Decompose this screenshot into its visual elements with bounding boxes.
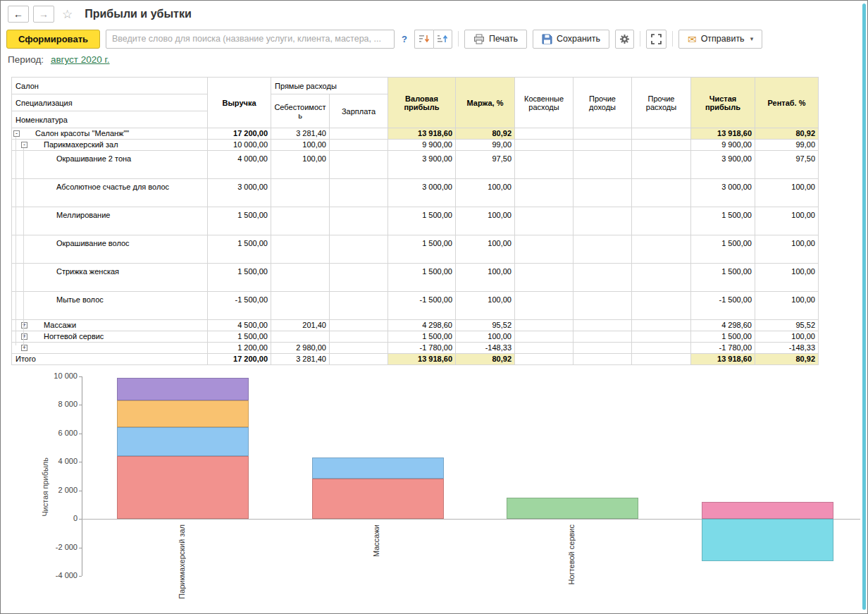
cell-cost[interactable] <box>271 207 330 235</box>
cell-margin[interactable]: 100,00 <box>456 235 515 264</box>
cell-net[interactable]: 13 918,60 <box>691 128 755 140</box>
row-name-cell[interactable]: Окрашивание 2 тона <box>12 151 208 179</box>
cell-revenue[interactable]: 3 000,00 <box>208 179 271 207</box>
cell-other_income[interactable] <box>574 320 632 331</box>
cell-gross[interactable]: 1 500,00 <box>388 331 456 343</box>
cell-margin[interactable]: 100,00 <box>456 292 515 320</box>
cell-profitability[interactable]: 100,00 <box>755 179 819 207</box>
cell-other_expenses[interactable] <box>632 151 691 179</box>
cell-net[interactable]: -1 500,00 <box>691 292 755 320</box>
row-name-cell[interactable]: +Массажи <box>12 320 208 331</box>
cell-net[interactable]: 1 500,00 <box>691 207 755 235</box>
cell-other_expenses[interactable] <box>632 343 691 354</box>
cell-other_income[interactable] <box>574 235 632 264</box>
collapse-toggle-icon[interactable]: - <box>21 142 27 148</box>
cell-indirect[interactable] <box>515 128 574 140</box>
cell-profitability[interactable]: 100,00 <box>755 331 819 343</box>
cell-cost[interactable] <box>271 331 330 343</box>
cell-other_income[interactable] <box>574 128 632 140</box>
cell-profitability[interactable]: -148,33 <box>755 343 819 354</box>
expand-toggle-icon[interactable]: + <box>21 345 27 351</box>
cell-margin[interactable]: 100,00 <box>456 179 515 207</box>
cell-cost[interactable]: 3 281,40 <box>271 354 330 365</box>
forward-button[interactable]: → <box>33 6 54 23</box>
cell-cost[interactable]: 3 281,40 <box>271 128 330 140</box>
cell-other_income[interactable] <box>574 292 632 320</box>
bar-segment[interactable] <box>117 456 249 519</box>
collapse-toggle-icon[interactable]: - <box>13 130 20 137</box>
sort-ascending-button[interactable] <box>433 30 452 49</box>
cell-margin[interactable]: 97,50 <box>456 151 515 179</box>
generate-button[interactable]: Сформировать <box>6 30 100 49</box>
period-value-link[interactable]: август 2020 г. <box>51 54 110 65</box>
help-link[interactable]: ? <box>400 34 409 44</box>
cell-salary[interactable] <box>330 128 388 140</box>
cell-profitability[interactable]: 80,92 <box>755 354 819 365</box>
bar-segment[interactable] <box>702 519 833 561</box>
cell-indirect[interactable] <box>515 354 574 365</box>
row-name-cell[interactable]: Абсолютное счастье для волос <box>12 179 208 207</box>
row-name-cell[interactable]: -Салон красоты "Меланж"" <box>12 128 208 140</box>
cell-net[interactable]: 13 918,60 <box>691 354 755 365</box>
cell-margin[interactable]: 95,52 <box>456 320 515 331</box>
cell-margin[interactable]: -148,33 <box>456 343 515 354</box>
bar-segment[interactable] <box>117 427 249 456</box>
fullscreen-button[interactable] <box>646 30 666 49</box>
cell-revenue[interactable]: 1 500,00 <box>208 264 271 292</box>
cell-indirect[interactable] <box>515 292 574 320</box>
cell-indirect[interactable] <box>515 264 574 292</box>
row-name-cell[interactable]: +Ногтевой сервис <box>12 331 208 343</box>
cell-revenue[interactable]: -1 500,00 <box>208 292 271 320</box>
cell-salary[interactable] <box>330 320 388 331</box>
cell-gross[interactable]: 3 000,00 <box>388 179 456 207</box>
row-name-cell[interactable]: Стрижка женская <box>12 264 208 292</box>
cell-salary[interactable] <box>330 264 388 292</box>
back-button[interactable]: ← <box>8 6 29 23</box>
row-name-cell[interactable]: Итого <box>12 354 208 365</box>
cell-other_income[interactable] <box>574 151 632 179</box>
cell-other_income[interactable] <box>574 140 632 151</box>
save-button[interactable]: Сохранить <box>533 30 609 49</box>
cell-revenue[interactable]: 1 500,00 <box>208 331 271 343</box>
cell-net[interactable]: 3 900,00 <box>691 151 755 179</box>
bar-segment[interactable] <box>117 400 249 426</box>
cell-indirect[interactable] <box>515 320 574 331</box>
cell-profitability[interactable]: 95,52 <box>755 320 819 331</box>
cell-salary[interactable] <box>330 292 388 320</box>
cell-gross[interactable]: 1 500,00 <box>388 264 456 292</box>
cell-salary[interactable] <box>330 140 388 151</box>
cell-margin[interactable]: 80,92 <box>456 128 515 140</box>
cell-revenue[interactable]: 17 200,00 <box>208 354 271 365</box>
cell-revenue[interactable]: 17 200,00 <box>208 128 271 140</box>
cell-profitability[interactable]: 97,50 <box>755 151 819 179</box>
row-name-cell[interactable]: + <box>12 343 208 354</box>
cell-net[interactable]: 4 298,60 <box>691 320 755 331</box>
row-name-cell[interactable]: Меллирование <box>12 207 208 235</box>
row-name-cell[interactable]: Мытье волос <box>12 292 208 320</box>
cell-salary[interactable] <box>330 207 388 235</box>
cell-gross[interactable]: 3 900,00 <box>388 151 456 179</box>
cell-gross[interactable]: -1 500,00 <box>388 292 456 320</box>
settings-button[interactable] <box>615 30 634 49</box>
cell-indirect[interactable] <box>515 207 574 235</box>
cell-cost[interactable]: 201,40 <box>271 320 330 331</box>
cell-other_income[interactable] <box>574 207 632 235</box>
bar-segment[interactable] <box>312 458 444 478</box>
bar-segment[interactable] <box>507 498 638 519</box>
sort-descending-button[interactable] <box>414 30 433 49</box>
cell-indirect[interactable] <box>515 179 574 207</box>
cell-other_expenses[interactable] <box>632 320 691 331</box>
row-name-cell[interactable]: Окрашивание волос <box>12 235 208 264</box>
cell-margin[interactable]: 100,00 <box>456 207 515 235</box>
cell-other_expenses[interactable] <box>632 292 691 320</box>
cell-cost[interactable]: 2 980,00 <box>271 343 330 354</box>
cell-salary[interactable] <box>330 235 388 264</box>
cell-cost[interactable] <box>271 292 330 320</box>
cell-indirect[interactable] <box>515 235 574 264</box>
cell-net[interactable]: 3 000,00 <box>691 179 755 207</box>
cell-margin[interactable]: 100,00 <box>456 264 515 292</box>
cell-salary[interactable] <box>330 343 388 354</box>
cell-gross[interactable]: 1 500,00 <box>388 207 456 235</box>
cell-margin[interactable]: 99,00 <box>456 140 515 151</box>
cell-indirect[interactable] <box>515 140 574 151</box>
